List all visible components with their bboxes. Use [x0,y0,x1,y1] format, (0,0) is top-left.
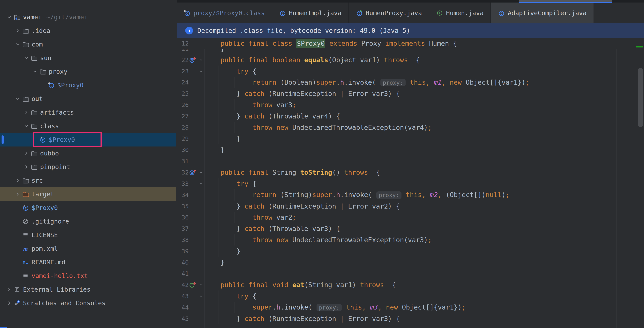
tree-item-dubbo[interactable]: dubbo [0,147,176,160]
tree-item-src[interactable]: src [0,174,176,187]
tree-item-sun[interactable]: sun [0,51,176,65]
code-line-28[interactable]: 28 throw new UndeclaredThrowableExceptio… [177,122,644,133]
fold-chevron-icon[interactable] [198,181,204,186]
code-line-44[interactable]: 44 super.h.invoke( proxy: this, m3, new … [177,302,644,313]
line-number[interactable]: 44 [177,304,189,311]
tree-item-vamei-hello-txt[interactable]: vamei-hello.txt [0,269,176,283]
code-line-27[interactable]: 27 } catch (Throwable var4) { [177,111,644,122]
overrides-method-icon[interactable] [189,168,198,176]
code-line-38[interactable]: 38 throw new UndeclaredThrowableExceptio… [177,234,644,246]
chevron-right-icon[interactable] [6,286,12,293]
implements-method-icon[interactable]: I [189,281,198,289]
tab-humenimpl-java[interactable]: CHumenImpl.java [272,2,349,23]
code-line-39[interactable]: 39 } [177,246,644,257]
chevron-right-icon[interactable] [14,191,21,197]
line-number[interactable]: 27 [177,113,189,120]
chevron-down-icon[interactable] [6,14,12,20]
line-number[interactable]: 22 [177,56,189,63]
fold-chevron-icon[interactable] [198,68,204,74]
line-number[interactable]: 37 [177,225,189,232]
line-number[interactable]: 24 [177,79,189,86]
tree-item-external-libraries[interactable]: External Libraries [0,283,176,296]
tree-item-class[interactable]: class [0,119,176,133]
chevron-down-icon[interactable] [14,96,21,102]
chevron-down-icon[interactable] [23,55,30,61]
code-line-45[interactable]: 45 } catch (RuntimeException | Error var… [177,313,644,324]
chevron-right-icon[interactable] [14,27,21,34]
code-line-24[interactable]: 24 return (Boolean)super.h.invoke( proxy… [177,77,644,88]
scrollbar-thumb[interactable] [638,68,643,127]
chevron-right-icon[interactable] [23,164,30,170]
tree-item-pinpoint[interactable]: pinpoint [0,160,176,174]
code-line-23[interactable]: 23 try { [177,66,644,77]
tree-item-gitignore[interactable]: .gitignore [0,215,176,228]
line-number[interactable]: 39 [177,248,189,255]
tree-item-com[interactable]: com [0,37,176,51]
line-number[interactable]: 40 [177,259,189,266]
line-number[interactable]: 38 [177,236,189,243]
tab-proxy-proxy0-class[interactable]: Cproxy/$Proxy0.class [177,2,272,23]
code-line-41[interactable]: 41 [177,268,644,279]
code-line-30[interactable]: 30 } [177,144,644,156]
chevron-down-icon[interactable] [14,41,21,48]
code-area[interactable]: 21 }22 public final boolean equals(Objec… [177,49,644,328]
line-number[interactable]: 42 [177,281,189,288]
line-number[interactable]: 21 [177,49,189,52]
tree-item-target[interactable]: target [0,187,176,201]
line-number[interactable]: 41 [177,270,189,277]
fold-chevron-icon[interactable] [198,57,204,63]
tree-item-out[interactable]: out [0,92,176,106]
code-line-36[interactable]: 36 throw var2; [177,212,644,223]
code-line-29[interactable]: 29 } [177,133,644,144]
code-line-34[interactable]: 34 return (String)super.h.invoke( proxy:… [177,189,644,201]
tree-item-artifacts[interactable]: artifacts [0,106,176,119]
tab-humenproxy-java[interactable]: CHumenProxy.java [349,2,429,23]
tree-item-scratches-and-consoles[interactable]: Scratches and Consoles [0,296,176,310]
line-number[interactable]: 23 [177,68,189,75]
line-number[interactable]: 26 [177,101,189,108]
code-line-31[interactable]: 31 [177,156,644,167]
chevron-down-icon[interactable] [23,123,30,129]
tree-item-readme-md[interactable]: MREADME.md [0,255,176,269]
fold-chevron-icon[interactable] [198,293,204,299]
code-line-33[interactable]: 33 try { [177,178,644,189]
line-number[interactable]: 33 [177,180,189,187]
sticky-header-line[interactable]: 12 public final class $Proxy0 extends Pr… [177,38,644,49]
tree-item-proxy0[interactable]: C$Proxy0 [0,201,176,215]
tree-item-proxy0[interactable]: C$Proxy0 [0,133,176,147]
code-line-21[interactable]: 21 } [177,49,644,54]
chevron-right-icon[interactable] [14,177,21,184]
overrides-method-icon[interactable] [189,56,198,64]
tree-item-proxy0[interactable]: C$Proxy0 [0,78,176,92]
tab-adaptivecompiler-java[interactable]: CAdaptiveCompiler.java [491,2,594,23]
line-number[interactable]: 43 [177,293,189,300]
line-number[interactable]: 34 [177,191,189,198]
line-number[interactable]: 29 [177,135,189,142]
line-number[interactable]: 28 [177,124,189,131]
line-number[interactable]: 45 [177,315,189,322]
code-line-32[interactable]: 32 public final String toString() throws… [177,167,644,178]
line-number[interactable]: 36 [177,214,189,221]
chevron-right-icon[interactable] [23,109,30,116]
fold-chevron-icon[interactable] [198,282,204,288]
tree-item-vamei[interactable]: vamei~/git/vamei [0,10,176,24]
code-line-22[interactable]: 22 public final boolean equals(Object va… [177,54,644,66]
code-line-35[interactable]: 35 } catch (RuntimeException | Error var… [177,201,644,212]
tree-item-proxy[interactable]: proxy [0,65,176,78]
line-number[interactable]: 31 [177,158,189,164]
code-line-25[interactable]: 25 } catch (RuntimeException | Error var… [177,88,644,99]
line-number[interactable]: 35 [177,203,189,210]
fold-chevron-icon[interactable] [198,170,204,175]
tree-item-license[interactable]: LICENSE [0,228,176,242]
code-line-43[interactable]: 43 try { [177,291,644,302]
chevron-right-icon[interactable] [6,300,12,306]
line-number[interactable]: 30 [177,146,189,153]
code-line-37[interactable]: 37 } catch (Throwable var3) { [177,223,644,234]
tree-item-pom-xml[interactable]: mpom.xml [0,242,176,255]
line-number[interactable]: 32 [177,169,189,176]
tree-item-idea[interactable]: .idea [0,24,176,37]
code-line-40[interactable]: 40 } [177,257,644,268]
line-number[interactable]: 25 [177,90,189,97]
code-line-42[interactable]: 42I public final void eat(String var1) t… [177,279,644,291]
chevron-down-icon[interactable] [32,68,38,75]
